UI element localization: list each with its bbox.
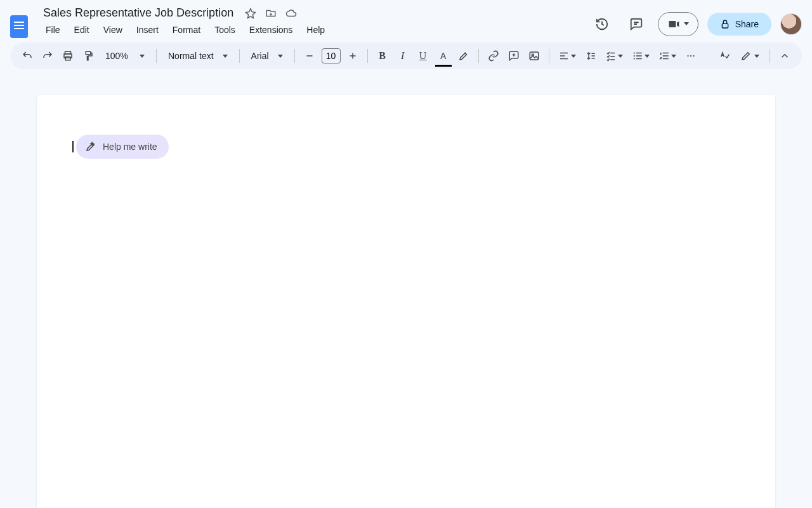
svg-rect-10 [636,55,641,57]
increase-font-size-button[interactable] [343,46,362,65]
chevron-down-icon [645,55,650,58]
redo-button[interactable] [38,46,57,65]
insert-link-button[interactable] [484,46,503,65]
spellcheck-button[interactable] [715,46,734,65]
separator [367,49,368,63]
chevron-down-icon [684,22,689,25]
help-me-write-chip[interactable]: Help me write [76,135,169,159]
separator [294,49,295,63]
undo-button[interactable] [18,46,37,65]
chevron-down-icon [754,55,759,58]
chevron-down-icon [223,55,228,58]
text-color-button[interactable]: A [434,46,453,65]
add-comment-button[interactable] [504,46,523,65]
chevron-down-icon [671,55,676,58]
menu-bar: File Edit View Insert Format Tools Exten… [39,21,331,43]
chevron-down-icon [278,55,283,58]
print-button[interactable] [58,46,77,65]
editing-mode-button[interactable] [735,46,764,65]
svg-rect-0 [722,23,728,28]
account-avatar[interactable] [780,13,802,35]
move-icon[interactable] [265,8,277,19]
numbered-list-button[interactable] [655,46,680,65]
help-me-write-label: Help me write [103,142,157,152]
docs-logo-icon[interactable] [10,15,28,38]
document-canvas[interactable]: Help me write [0,76,812,508]
cloud-saved-icon[interactable] [285,8,297,19]
svg-point-12 [687,55,688,57]
more-options-button[interactable] [681,46,700,65]
hide-menus-button[interactable] [775,46,794,65]
separator [156,49,157,63]
version-history-icon[interactable] [589,11,615,37]
document-title[interactable]: Sales Representative Job Description [39,5,237,21]
svg-point-14 [693,55,694,57]
paragraph-style-value: Normal text [168,51,214,61]
insert-image-button[interactable] [525,46,544,65]
lock-icon [720,19,730,29]
chevron-down-icon [618,55,623,58]
separator [239,49,240,63]
share-button[interactable]: Share [707,13,771,36]
menu-format[interactable]: Format [166,22,207,37]
separator [549,49,549,63]
zoom-dropdown[interactable]: 100% [99,46,151,65]
magic-pen-icon [85,141,96,152]
italic-button[interactable]: I [393,46,412,65]
menu-view[interactable]: View [97,22,129,37]
menu-tools[interactable]: Tools [208,22,242,37]
checklist-button[interactable] [601,46,627,65]
meet-button[interactable] [658,12,698,36]
align-button[interactable] [554,46,580,65]
bulleted-list-button[interactable] [628,46,653,65]
menu-edit[interactable]: Edit [68,22,96,37]
svg-rect-4 [530,52,539,60]
font-size-input[interactable] [322,48,341,64]
menu-extensions[interactable]: Extensions [243,22,299,37]
toolbar: 100% Normal text Arial B I U A [10,43,802,69]
svg-point-8 [633,58,634,59]
separator [478,49,479,63]
document-page[interactable]: Help me write [37,95,775,508]
svg-point-6 [633,52,634,53]
paint-format-button[interactable] [79,46,98,65]
comments-icon[interactable] [624,11,649,37]
highlight-color-button[interactable] [454,46,473,65]
font-family-dropdown[interactable]: Arial [245,46,289,65]
zoom-value: 100% [105,51,131,61]
chevron-down-icon [571,55,576,58]
svg-point-13 [690,55,691,57]
menu-insert[interactable]: Insert [130,22,165,37]
decrease-font-size-button[interactable] [300,46,319,65]
svg-rect-11 [636,58,641,60]
svg-point-7 [633,55,634,57]
line-spacing-button[interactable] [581,46,600,65]
underline-button[interactable]: U [414,46,433,65]
menu-help[interactable]: Help [300,22,331,37]
share-label: Share [735,19,759,29]
font-family-value: Arial [251,51,269,61]
separator [769,49,770,63]
text-cursor [72,141,74,152]
svg-rect-9 [636,53,641,54]
menu-file[interactable]: File [39,22,67,37]
paragraph-style-dropdown[interactable]: Normal text [162,46,234,65]
bold-button[interactable]: B [373,46,392,65]
title-bar: Sales Representative Job Description Fil… [0,0,812,43]
chevron-down-icon [140,55,145,58]
star-icon[interactable] [245,8,256,19]
